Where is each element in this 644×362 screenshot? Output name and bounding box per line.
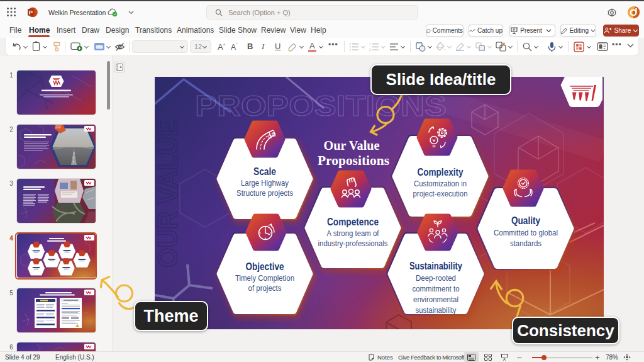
svg-text:commitment to: commitment to xyxy=(413,284,460,293)
svg-text:Structure projects: Structure projects xyxy=(236,188,293,198)
svg-text:Scale: Scale xyxy=(253,166,276,178)
svg-text:environmental: environmental xyxy=(413,295,458,304)
svg-text:Quality: Quality xyxy=(511,215,540,227)
svg-text:Complexity: Complexity xyxy=(418,166,464,178)
svg-text:Objective: Objective xyxy=(246,261,284,273)
svg-text:1: 1 xyxy=(369,43,371,46)
svg-text:Propositions: Propositions xyxy=(318,154,389,168)
svg-text:Timely Completion: Timely Completion xyxy=(235,273,294,283)
svg-text:P: P xyxy=(29,9,33,16)
svg-text:project-execution: project-execution xyxy=(413,189,468,198)
svg-text:Sustainability: Sustainability xyxy=(409,260,462,272)
svg-text:sustainability: sustainability xyxy=(416,305,457,315)
svg-text:industry-professionals: industry-professionals xyxy=(318,239,388,248)
svg-text:2: 2 xyxy=(369,48,371,52)
svg-text:Customization in: Customization in xyxy=(414,179,467,188)
svg-text:Our Value: Our Value xyxy=(324,139,380,152)
svg-text:of projects: of projects xyxy=(248,283,282,293)
svg-text:A strong team of: A strong team of xyxy=(327,229,379,238)
svg-text:Large Highway: Large Highway xyxy=(241,178,289,188)
svg-text:Competence: Competence xyxy=(327,216,379,228)
svg-text:standards: standards xyxy=(510,239,541,248)
svg-text:Deep-rooted: Deep-rooted xyxy=(416,273,456,283)
svg-text:OUR VALUE: OUR VALUE xyxy=(155,120,183,268)
svg-text:Committed to global: Committed to global xyxy=(494,228,558,237)
